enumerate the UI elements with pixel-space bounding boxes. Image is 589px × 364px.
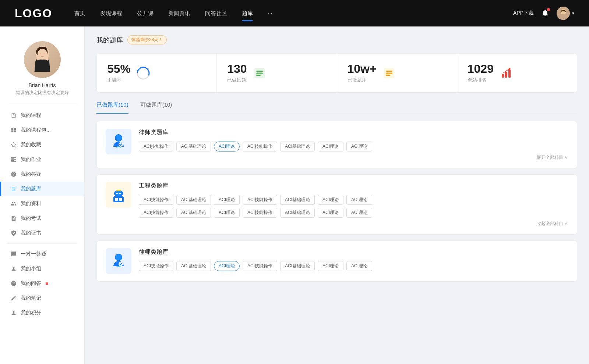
tag-1-5[interactable]: ACI理论 bbox=[318, 142, 343, 151]
tag-1-3[interactable]: ACI技能操作 bbox=[243, 142, 277, 151]
stat-done-b-icon bbox=[382, 67, 396, 80]
tag-1-0[interactable]: ACI技能操作 bbox=[139, 142, 173, 151]
user-avatar bbox=[557, 7, 570, 20]
favorites-icon bbox=[10, 142, 17, 148]
main-layout: Brian Harris 错误的决定比没有决定要好 我的课程 我的课程包... bbox=[0, 26, 589, 364]
qbank-tags-1: ACI技能操作 ACI基础理论 ACI理论 ACI技能操作 ACI基础理论 AC… bbox=[139, 142, 568, 151]
sidebar-item-notes[interactable]: 我的笔记 bbox=[0, 291, 84, 306]
svg-rect-17 bbox=[256, 72, 263, 74]
tag-2-r2-0[interactable]: ACI技能操作 bbox=[139, 208, 173, 218]
sidebar-item-label-homework: 我的作业 bbox=[21, 156, 41, 163]
sidebar-item-cert[interactable]: 我的证书 bbox=[0, 226, 84, 240]
qbank-icon bbox=[10, 186, 17, 192]
tag-3-5[interactable]: ACI理论 bbox=[318, 261, 343, 271]
sidebar-item-profile[interactable]: 我的资料 bbox=[0, 196, 84, 211]
qbank-title-1: 律师类题库 bbox=[139, 129, 568, 136]
sidebar-item-qa[interactable]: 我的答疑 bbox=[0, 167, 84, 182]
svg-rect-21 bbox=[386, 72, 392, 74]
page-header: 我的题库 体验剩余23天！ bbox=[96, 35, 577, 44]
profile-avatar bbox=[24, 41, 61, 78]
tag-2-r2-4[interactable]: ACI基础理论 bbox=[280, 208, 315, 218]
tag-2-r1-1[interactable]: ACI基础理论 bbox=[176, 195, 211, 205]
sidebar-item-1on1[interactable]: 一对一答疑 bbox=[0, 247, 84, 261]
svg-rect-24 bbox=[505, 72, 507, 78]
course-pkg-icon bbox=[10, 127, 17, 133]
sidebar-item-qbank[interactable]: 我的题库 bbox=[0, 182, 84, 196]
qbank-card-3: 律师类题库 ACI技能操作 ACI基础理论 ACI理论 ACI技能操作 ACI基… bbox=[96, 240, 577, 282]
stat-done-questions: 130 已做试题 bbox=[217, 54, 337, 92]
sidebar-item-groups[interactable]: 我的小组 bbox=[0, 261, 84, 276]
tag-3-1[interactable]: ACI基础理论 bbox=[176, 261, 211, 271]
tag-2-r2-5[interactable]: ACI理论 bbox=[318, 208, 343, 218]
tab-available-banks[interactable]: 可做题库(10) bbox=[140, 101, 172, 113]
nav-more[interactable]: ··· bbox=[268, 7, 272, 20]
nav-qbank[interactable]: 题库 bbox=[242, 7, 253, 20]
main-content: 我的题库 体验剩余23天！ 55% 正确率 bbox=[85, 26, 589, 364]
qbank-icon-engineer bbox=[106, 182, 131, 208]
app-download-button[interactable]: APP下载 bbox=[513, 10, 534, 17]
tag-2-r2-3[interactable]: ACI技能操作 bbox=[243, 208, 277, 218]
nav-news[interactable]: 新闻资讯 bbox=[168, 7, 190, 20]
tag-1-2[interactable]: ACI理论 bbox=[214, 142, 240, 151]
exam-icon bbox=[10, 215, 17, 222]
qbank-card-1: 律师类题库 ACI技能操作 ACI基础理论 ACI理论 ACI技能操作 ACI基… bbox=[96, 121, 577, 168]
tag-2-r2-6[interactable]: ACI理论 bbox=[346, 208, 372, 218]
svg-rect-25 bbox=[508, 69, 511, 78]
stat-done-q-value: 130 bbox=[227, 63, 247, 75]
list-orange-icon bbox=[383, 67, 395, 79]
sidebar-item-homework[interactable]: 我的作业 bbox=[0, 152, 84, 167]
tag-1-1[interactable]: ACI基础理论 bbox=[176, 142, 211, 151]
nav-opencourse[interactable]: 公开课 bbox=[137, 7, 154, 20]
sidebar-item-exam[interactable]: 我的考试 bbox=[0, 211, 84, 226]
tag-3-3[interactable]: ACI技能操作 bbox=[243, 261, 277, 271]
sidebar-item-label-exam: 我的考试 bbox=[21, 215, 41, 222]
sidebar-item-courses[interactable]: 我的课程 bbox=[0, 108, 84, 123]
qbank-card-2: 工程类题库 ACI技能操作 ACI基础理论 ACI理论 ACI技能操作 ACI基… bbox=[96, 174, 577, 235]
svg-point-5 bbox=[40, 53, 41, 54]
collapse-btn-2[interactable]: 收起全部科目 ∧ bbox=[139, 221, 568, 227]
tag-2-r1-6[interactable]: ACI理论 bbox=[346, 195, 372, 205]
stat-accuracy: 55% 正确率 bbox=[97, 54, 217, 92]
sidebar: Brian Harris 错误的决定比没有决定要好 我的课程 我的课程包... bbox=[0, 26, 85, 364]
svg-rect-18 bbox=[256, 75, 261, 76]
sidebar-item-course-pkg[interactable]: 我的课程包... bbox=[0, 123, 84, 138]
svg-rect-23 bbox=[502, 74, 504, 78]
tag-3-4[interactable]: ACI基础理论 bbox=[280, 261, 315, 271]
tag-2-r1-5[interactable]: ACI理论 bbox=[318, 195, 343, 205]
nav-home[interactable]: 首页 bbox=[74, 7, 85, 20]
qbank-title-3: 律师类题库 bbox=[139, 248, 568, 256]
qa-icon bbox=[10, 171, 17, 178]
tag-3-6[interactable]: ACI理论 bbox=[346, 261, 372, 271]
page-title: 我的题库 bbox=[96, 36, 123, 44]
sidebar-divider-2 bbox=[7, 243, 77, 244]
nav-qa[interactable]: 问答社区 bbox=[205, 7, 227, 20]
expand-btn-1[interactable]: 展开全部科目 ∨ bbox=[139, 154, 568, 161]
chart-red-icon bbox=[500, 67, 512, 79]
tag-2-r1-0[interactable]: ACI技能操作 bbox=[139, 195, 173, 205]
tag-3-0[interactable]: ACI技能操作 bbox=[139, 261, 173, 271]
tag-2-r1-2[interactable]: ACI理论 bbox=[214, 195, 240, 205]
svg-rect-10 bbox=[14, 131, 16, 132]
nav-discover[interactable]: 发现课程 bbox=[100, 7, 122, 20]
tag-1-6[interactable]: ACI理论 bbox=[346, 142, 372, 151]
notification-bell[interactable] bbox=[541, 9, 549, 18]
sidebar-item-favorites[interactable]: 我的收藏 bbox=[0, 138, 84, 152]
sidebar-item-label-courses: 我的课程 bbox=[21, 112, 41, 119]
qbank-tags-3: ACI技能操作 ACI基础理论 ACI理论 ACI技能操作 ACI基础理论 AC… bbox=[139, 261, 568, 271]
user-avatar-wrap[interactable]: ▾ bbox=[557, 7, 574, 20]
tab-done-banks[interactable]: 已做题库(10) bbox=[96, 101, 128, 113]
svg-point-36 bbox=[116, 193, 118, 194]
sidebar-item-myqa[interactable]: 我的问答 bbox=[0, 276, 84, 291]
logo: LOGO bbox=[15, 7, 52, 20]
tag-2-r2-2[interactable]: ACI理论 bbox=[214, 208, 240, 218]
sidebar-item-points[interactable]: 我的积分 bbox=[0, 306, 84, 320]
tag-1-4[interactable]: ACI基础理论 bbox=[280, 142, 315, 151]
profile-name: Brian Harris bbox=[29, 82, 56, 88]
tag-2-r1-4[interactable]: ACI基础理论 bbox=[280, 195, 315, 205]
svg-point-39 bbox=[116, 254, 121, 260]
sidebar-menu: 我的课程 我的课程包... 我的收藏 我的作业 bbox=[0, 108, 84, 320]
tag-2-r2-1[interactable]: ACI基础理论 bbox=[176, 208, 211, 218]
profile-icon bbox=[10, 200, 17, 207]
tag-2-r1-3[interactable]: ACI技能操作 bbox=[243, 195, 277, 205]
tag-3-2[interactable]: ACI理论 bbox=[214, 261, 240, 271]
